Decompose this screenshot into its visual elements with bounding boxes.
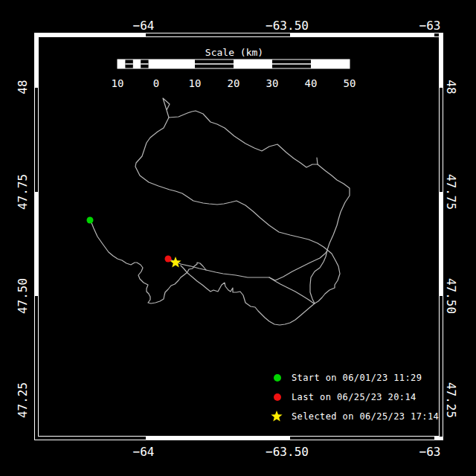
- legend-label-selected: Selected on 06/25/23 17:14: [292, 411, 439, 422]
- scale-bar-title: Scale (km): [205, 47, 263, 58]
- lon-label-bottom-64: −64: [133, 445, 155, 459]
- lon-label-top-6350: −63.50: [266, 19, 309, 33]
- scale-tick-30: 30: [266, 77, 279, 89]
- legend-label-start: Start on 06/01/23 11:29: [292, 373, 422, 383]
- start-marker[interactable]: [87, 217, 94, 224]
- star-icon: [170, 257, 181, 268]
- track-line-main-loop: [135, 111, 350, 250]
- lon-label-top-63: −63: [419, 19, 441, 33]
- lon-label-bottom-63: −63: [419, 445, 441, 459]
- legend-label-last: Last on 06/25/23 20:14: [292, 392, 416, 402]
- lat-label-right-4725: 47.25: [444, 382, 458, 418]
- track: [91, 98, 350, 325]
- lat-label-left-48: 48: [16, 80, 30, 94]
- lat-label-right-4750: 47.50: [444, 278, 458, 314]
- lat-label-left-4725: 47.25: [16, 382, 30, 418]
- lon-label-top-64: −64: [133, 19, 155, 33]
- lat-label-left-4775: 47.75: [16, 174, 30, 210]
- scale-tick-10L: 10: [112, 77, 124, 89]
- scale-bar: [118, 60, 350, 68]
- legend-last-dot-icon: [274, 393, 281, 401]
- scale-tick-0: 0: [153, 77, 159, 89]
- legend-markers: [271, 374, 282, 422]
- lat-label-left-4750: 47.50: [16, 278, 30, 314]
- track-line-notch: [317, 158, 318, 164]
- track-line-east-loop: [310, 250, 340, 303]
- track-line-from-start: [91, 221, 206, 303]
- last-marker[interactable]: [165, 256, 172, 263]
- track-line-triangle: [163, 98, 170, 118]
- scale-tick-10: 10: [189, 77, 202, 89]
- legend-start-dot-icon: [274, 374, 281, 382]
- map-plot-area[interactable]: [0, 0, 476, 476]
- scale-tick-40: 40: [305, 77, 318, 89]
- selected-star-marker[interactable]: [170, 257, 181, 268]
- scale-tick-20: 20: [228, 77, 240, 89]
- lat-label-right-48: 48: [444, 80, 458, 94]
- track-line-outbound: [168, 259, 314, 303]
- track-line-ne-branch: [269, 251, 327, 280]
- legend-star-icon: [271, 411, 282, 422]
- map-window: −64 −63.50 −63 −64 −63.50 −63 48 47.75 4…: [0, 0, 476, 476]
- scale-tick-50: 50: [344, 77, 356, 89]
- track-line-return: [181, 266, 315, 325]
- lat-label-right-4775: 47.75: [444, 174, 458, 210]
- lon-label-bottom-6350: −63.50: [266, 445, 309, 459]
